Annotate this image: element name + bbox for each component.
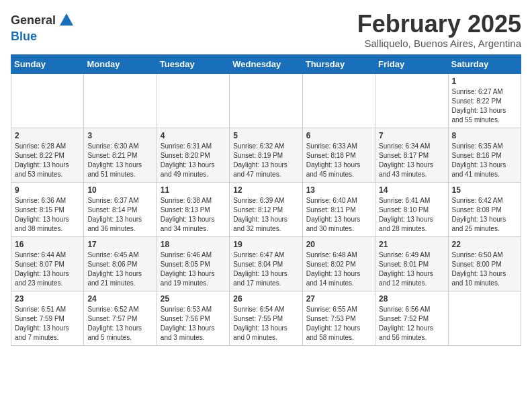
day-number: 7 [379,131,444,140]
day-cell [302,73,375,128]
day-info: Sunrise: 6:51 AM Sunset: 7:59 PM Dayligh… [15,305,80,342]
day-info: Sunrise: 6:44 AM Sunset: 8:07 PM Dayligh… [15,250,80,288]
day-cell: 15Sunrise: 6:42 AM Sunset: 8:08 PM Dayli… [448,182,521,236]
day-header-tuesday: Tuesday [157,54,229,73]
day-cell: 16Sunrise: 6:44 AM Sunset: 8:07 PM Dayli… [11,236,84,291]
day-info: Sunrise: 6:30 AM Sunset: 8:21 PM Dayligh… [87,142,152,179]
title-area: February 2025 Salliquelo, Buenos Aires, … [357,11,521,49]
day-cell: 1Sunrise: 6:27 AM Sunset: 8:22 PM Daylig… [448,73,521,128]
day-number: 11 [161,185,226,195]
day-number: 16 [15,240,80,249]
day-info: Sunrise: 6:36 AM Sunset: 8:15 PM Dayligh… [15,196,80,234]
day-cell: 19Sunrise: 6:47 AM Sunset: 8:04 PM Dayli… [230,236,302,291]
week-row-3: 16Sunrise: 6:44 AM Sunset: 8:07 PM Dayli… [11,236,521,291]
day-number: 1 [452,77,517,86]
day-number: 5 [233,131,298,140]
day-number: 6 [306,131,371,140]
day-cell: 7Sunrise: 6:34 AM Sunset: 8:17 PM Daylig… [375,128,448,182]
day-number: 12 [233,185,298,195]
day-number: 9 [15,185,80,195]
day-number: 19 [233,240,298,249]
day-number: 25 [161,294,226,304]
logo: General Blue [11,11,76,44]
day-info: Sunrise: 6:45 AM Sunset: 8:06 PM Dayligh… [87,250,152,288]
day-header-thursday: Thursday [302,54,375,73]
day-cell: 25Sunrise: 6:53 AM Sunset: 7:56 PM Dayli… [157,291,229,345]
day-number: 2 [15,131,80,140]
day-header-sunday: Sunday [11,54,84,73]
day-info: Sunrise: 6:38 AM Sunset: 8:13 PM Dayligh… [161,196,226,234]
day-info: Sunrise: 6:31 AM Sunset: 8:20 PM Dayligh… [161,142,226,179]
day-info: Sunrise: 6:55 AM Sunset: 7:53 PM Dayligh… [306,305,371,342]
day-info: Sunrise: 6:37 AM Sunset: 8:14 PM Dayligh… [87,196,152,234]
day-cell: 12Sunrise: 6:39 AM Sunset: 8:12 PM Dayli… [230,182,302,236]
day-info: Sunrise: 6:46 AM Sunset: 8:05 PM Dayligh… [161,250,226,288]
day-cell: 24Sunrise: 6:52 AM Sunset: 7:57 PM Dayli… [84,291,157,345]
day-header-friday: Friday [375,54,448,73]
day-cell: 3Sunrise: 6:30 AM Sunset: 8:21 PM Daylig… [84,128,157,182]
day-number: 21 [379,240,444,249]
week-row-4: 23Sunrise: 6:51 AM Sunset: 7:59 PM Dayli… [11,291,521,345]
day-cell: 2Sunrise: 6:28 AM Sunset: 8:22 PM Daylig… [11,128,84,182]
logo-icon [57,11,76,30]
logo-blue: Blue [11,30,37,43]
day-number: 22 [452,240,517,249]
week-row-2: 9Sunrise: 6:36 AM Sunset: 8:15 PM Daylig… [11,182,521,236]
day-number: 20 [306,240,371,249]
day-cell [375,73,448,128]
day-info: Sunrise: 6:47 AM Sunset: 8:04 PM Dayligh… [233,250,298,288]
day-number: 18 [161,240,226,249]
day-cell [84,73,157,128]
header: General Blue February 2025 Salliquelo, B… [11,11,521,49]
day-number: 24 [87,294,152,304]
day-number: 4 [161,131,226,140]
day-cell: 9Sunrise: 6:36 AM Sunset: 8:15 PM Daylig… [11,182,84,236]
month-title: February 2025 [357,11,521,38]
day-info: Sunrise: 6:33 AM Sunset: 8:18 PM Dayligh… [306,142,371,179]
day-cell: 18Sunrise: 6:46 AM Sunset: 8:05 PM Dayli… [157,236,229,291]
day-number: 23 [15,294,80,304]
day-info: Sunrise: 6:34 AM Sunset: 8:17 PM Dayligh… [379,142,444,179]
day-cell: 8Sunrise: 6:35 AM Sunset: 8:16 PM Daylig… [448,128,521,182]
day-info: Sunrise: 6:39 AM Sunset: 8:12 PM Dayligh… [233,196,298,234]
day-cell: 4Sunrise: 6:31 AM Sunset: 8:20 PM Daylig… [157,128,229,182]
day-number: 10 [87,185,152,195]
day-cell [157,73,229,128]
day-info: Sunrise: 6:48 AM Sunset: 8:02 PM Dayligh… [306,250,371,288]
day-header-wednesday: Wednesday [230,54,302,73]
day-number: 26 [233,294,298,304]
day-cell [230,73,302,128]
day-info: Sunrise: 6:41 AM Sunset: 8:10 PM Dayligh… [379,196,444,234]
day-cell: 28Sunrise: 6:56 AM Sunset: 7:52 PM Dayli… [375,291,448,345]
logo-general: General [11,13,56,28]
day-info: Sunrise: 6:56 AM Sunset: 7:52 PM Dayligh… [379,305,444,342]
day-info: Sunrise: 6:52 AM Sunset: 7:57 PM Dayligh… [87,305,152,342]
day-info: Sunrise: 6:42 AM Sunset: 8:08 PM Dayligh… [452,196,517,234]
day-cell: 20Sunrise: 6:48 AM Sunset: 8:02 PM Dayli… [302,236,375,291]
location-title: Salliquelo, Buenos Aires, Argentina [357,38,521,49]
day-info: Sunrise: 6:50 AM Sunset: 8:00 PM Dayligh… [452,250,517,288]
day-cell: 17Sunrise: 6:45 AM Sunset: 8:06 PM Dayli… [84,236,157,291]
day-cell: 6Sunrise: 6:33 AM Sunset: 8:18 PM Daylig… [302,128,375,182]
day-info: Sunrise: 6:35 AM Sunset: 8:16 PM Dayligh… [452,142,517,179]
day-info: Sunrise: 6:53 AM Sunset: 7:56 PM Dayligh… [161,305,226,342]
day-info: Sunrise: 6:54 AM Sunset: 7:55 PM Dayligh… [233,305,298,342]
day-cell: 27Sunrise: 6:55 AM Sunset: 7:53 PM Dayli… [302,291,375,345]
week-row-1: 2Sunrise: 6:28 AM Sunset: 8:22 PM Daylig… [11,128,521,182]
day-number: 13 [306,185,371,195]
svg-rect-1 [64,20,69,26]
day-cell: 23Sunrise: 6:51 AM Sunset: 7:59 PM Dayli… [11,291,84,345]
day-number: 14 [379,185,444,195]
day-cell [11,73,84,128]
day-cell: 5Sunrise: 6:32 AM Sunset: 8:19 PM Daylig… [230,128,302,182]
day-cell: 26Sunrise: 6:54 AM Sunset: 7:55 PM Dayli… [230,291,302,345]
day-info: Sunrise: 6:49 AM Sunset: 8:01 PM Dayligh… [379,250,444,288]
day-number: 15 [452,185,517,195]
day-cell: 21Sunrise: 6:49 AM Sunset: 8:01 PM Dayli… [375,236,448,291]
day-number: 17 [87,240,152,249]
day-cell: 11Sunrise: 6:38 AM Sunset: 8:13 PM Dayli… [157,182,229,236]
week-row-0: 1Sunrise: 6:27 AM Sunset: 8:22 PM Daylig… [11,73,521,128]
day-cell: 22Sunrise: 6:50 AM Sunset: 8:00 PM Dayli… [448,236,521,291]
day-cell: 13Sunrise: 6:40 AM Sunset: 8:11 PM Dayli… [302,182,375,236]
day-number: 27 [306,294,371,304]
